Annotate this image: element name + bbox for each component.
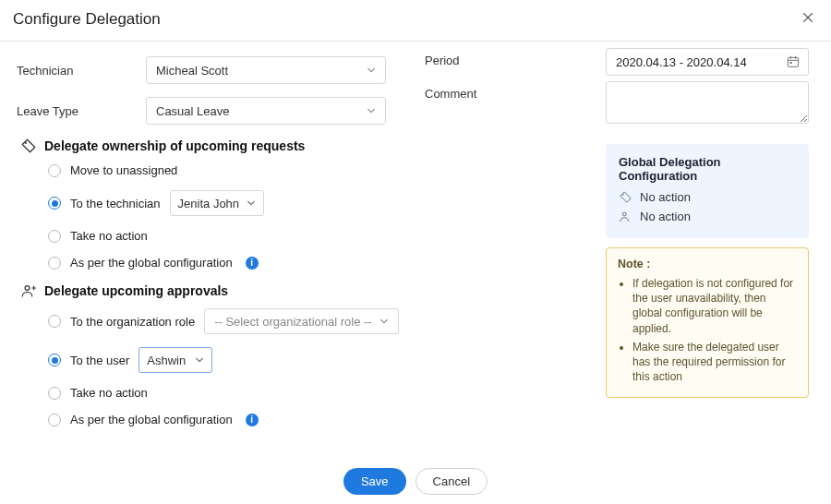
radio-icon bbox=[48, 230, 61, 243]
approvals-title: Delegate upcoming approvals bbox=[44, 283, 228, 298]
chevron-down-icon bbox=[367, 66, 376, 75]
approvals-org-role-placeholder: -- Select organizational role -- bbox=[214, 315, 372, 329]
svg-point-6 bbox=[622, 194, 624, 196]
user-icon bbox=[619, 210, 632, 223]
approvals-user-value: Ashwin bbox=[147, 354, 186, 367]
radio-icon bbox=[48, 197, 61, 210]
cancel-button[interactable]: Cancel bbox=[416, 468, 488, 495]
tag-icon bbox=[619, 190, 632, 204]
svg-point-1 bbox=[25, 286, 30, 291]
dialog-title: Configure Delegation bbox=[13, 10, 161, 29]
radio-icon bbox=[48, 164, 61, 177]
radio-icon bbox=[48, 414, 61, 426]
chevron-down-icon bbox=[247, 198, 256, 208]
approvals-org-role-select[interactable]: -- Select organizational role -- bbox=[204, 308, 399, 334]
period-input[interactable]: 2020.04.13 - 2020.04.14 bbox=[606, 48, 809, 76]
leave-type-value: Casual Leave bbox=[156, 104, 230, 118]
ownership-technician-value: Jenita John bbox=[178, 197, 240, 210]
svg-point-0 bbox=[25, 142, 27, 144]
save-button[interactable]: Save bbox=[343, 468, 406, 495]
leave-type-select[interactable]: Casual Leave bbox=[146, 97, 386, 125]
chevron-down-icon bbox=[379, 317, 389, 326]
close-button[interactable] bbox=[798, 7, 818, 31]
svg-rect-4 bbox=[788, 57, 798, 66]
leave-type-label: Leave Type bbox=[17, 104, 146, 118]
global-line-1: No action bbox=[640, 190, 691, 204]
note-list: If delegation is not configured for the … bbox=[618, 276, 797, 384]
svg-point-7 bbox=[622, 212, 626, 216]
note-item: If delegation is not configured for the … bbox=[632, 276, 797, 336]
calendar-icon bbox=[786, 54, 801, 69]
dialog-header: Configure Delegation bbox=[0, 0, 831, 42]
comment-textarea[interactable] bbox=[606, 81, 809, 124]
period-value: 2020.04.13 - 2020.04.14 bbox=[616, 55, 747, 69]
technician-label: Technician bbox=[17, 64, 146, 78]
ownership-title: Delegate ownership of upcoming requests bbox=[44, 138, 305, 153]
radio-label: To the technician bbox=[70, 197, 161, 210]
note-item: Make sure the delegated user has the req… bbox=[632, 340, 797, 385]
radio-icon bbox=[48, 315, 61, 328]
radio-label: To the organization role bbox=[70, 315, 195, 329]
radio-label: As per the global configuration bbox=[70, 256, 233, 270]
radio-icon bbox=[48, 354, 61, 366]
global-line-2: No action bbox=[640, 210, 691, 223]
ownership-technician-select[interactable]: Jenita John bbox=[170, 190, 265, 216]
radio-icon bbox=[48, 387, 61, 400]
note-title: Note : bbox=[618, 258, 797, 270]
approvals-opt-global[interactable]: As per the global configuration i bbox=[48, 413, 814, 426]
close-icon bbox=[801, 11, 814, 27]
period-label: Period bbox=[425, 54, 460, 67]
radio-label: Take no action bbox=[70, 229, 148, 243]
technician-select[interactable]: Micheal Scott bbox=[146, 56, 386, 84]
svg-rect-5 bbox=[790, 62, 792, 64]
chevron-down-icon bbox=[367, 106, 376, 115]
approvals-user-select[interactable]: Ashwin bbox=[138, 347, 212, 373]
tag-icon bbox=[20, 138, 37, 154]
info-icon[interactable]: i bbox=[246, 414, 259, 426]
info-icon[interactable]: i bbox=[246, 257, 259, 270]
comment-label: Comment bbox=[425, 87, 476, 101]
global-config-panel: Global Delegation Configuration No actio… bbox=[606, 144, 809, 238]
technician-value: Micheal Scott bbox=[156, 64, 228, 78]
chevron-down-icon bbox=[195, 355, 204, 365]
global-config-title: Global Delegation Configuration bbox=[619, 155, 796, 183]
radio-label: As per the global configuration bbox=[70, 413, 233, 426]
dialog-footer: Save Cancel bbox=[0, 461, 831, 500]
note-panel: Note : If delegation is not configured f… bbox=[606, 247, 809, 398]
radio-label: Move to unassigned bbox=[70, 163, 177, 177]
user-icon bbox=[20, 282, 37, 299]
radio-label: Take no action bbox=[70, 386, 148, 400]
radio-icon bbox=[48, 257, 61, 270]
radio-label: To the user bbox=[70, 354, 129, 367]
